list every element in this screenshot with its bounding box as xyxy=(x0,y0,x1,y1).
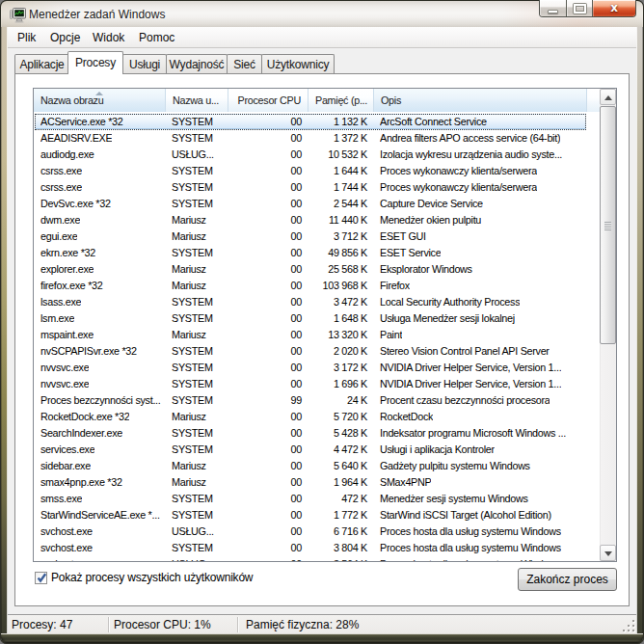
process-image-name: csrss.exe xyxy=(40,163,82,179)
process-row[interactable]: csrss.exeSYSTEM001 744 KProces wykonawcz… xyxy=(34,179,586,196)
process-cpu: 99 xyxy=(291,392,302,409)
process-description: Capture Device Service xyxy=(380,196,483,212)
process-row[interactable]: smss.exeSYSTEM00472 KMenedżer sesji syst… xyxy=(34,491,586,507)
process-memory: 3 172 K xyxy=(334,360,367,376)
minimize-button[interactable] xyxy=(540,0,567,16)
column-header-nazwa-uzytkownika[interactable]: Nazwa u... xyxy=(166,89,228,112)
process-memory: 1 772 K xyxy=(334,507,367,523)
process-row[interactable]: smax4pnp.exe *32Mariusz001 964 KSMax4PNP xyxy=(34,474,586,491)
maximize-icon xyxy=(574,4,586,13)
resize-grip[interactable] xyxy=(621,618,634,631)
process-memory: 1 964 K xyxy=(334,474,367,491)
process-row[interactable]: services.exeSYSTEM004 472 KUsługi i apli… xyxy=(34,442,586,458)
show-all-users-label[interactable]: Pokaż procesy wszystkich użytkowników xyxy=(51,567,253,588)
maximize-button[interactable] xyxy=(567,0,593,16)
process-cpu: 00 xyxy=(291,507,302,523)
scrollbar-thumb[interactable] xyxy=(600,106,616,344)
column-header-pamiec[interactable]: Pamięć (p... xyxy=(309,89,374,112)
process-image-name: AEADISRV.EXE xyxy=(40,130,112,147)
tab-wydajnosc[interactable]: Wydajność xyxy=(166,54,228,73)
process-user-name: SYSTEM xyxy=(172,310,213,327)
process-row[interactable]: csrss.exeSYSTEM001 644 KProces wykonawcz… xyxy=(34,163,586,179)
process-cpu: 00 xyxy=(291,278,302,294)
process-row[interactable]: AEADISRV.EXESYSTEM001 372 KAndrea filter… xyxy=(34,130,586,147)
menu-opcje[interactable]: Opcje xyxy=(48,27,82,47)
tab-aplikacje[interactable]: Aplikacje xyxy=(14,54,69,73)
menu-widok[interactable]: Widok xyxy=(91,27,126,47)
process-image-name: mspaint.exe xyxy=(40,327,94,343)
tab-page-procesy: Nazwa obrazu Nazwa u... Procesor CPU Pam… xyxy=(14,73,630,606)
process-image-name: RocketDock.exe *32 xyxy=(40,409,129,425)
process-row[interactable]: svchost.exeUSŁUG...006 716 KProces hosta… xyxy=(34,523,586,540)
tab-uslugi[interactable]: Usługi xyxy=(122,54,167,73)
show-all-users-checkbox[interactable] xyxy=(35,572,47,584)
column-header-nazwa-obrazu[interactable]: Nazwa obrazu xyxy=(34,89,166,112)
process-image-name: smss.exe xyxy=(40,491,82,507)
process-row[interactable]: explorer.exeMariusz0025 568 KEksplorator… xyxy=(34,261,586,278)
column-header-procesor-cpu[interactable]: Procesor CPU xyxy=(228,89,309,112)
process-row[interactable]: nvvsvc.exeSYSTEM001 696 KNVIDIA Driver H… xyxy=(34,376,586,392)
process-description: Indeksator programu Microsoft Windows ..… xyxy=(380,425,566,442)
process-user-name: Mariusz xyxy=(172,458,206,474)
process-user-name: USŁUG... xyxy=(172,147,214,163)
process-cpu: 00 xyxy=(291,163,302,179)
process-cpu: 00 xyxy=(291,179,302,196)
scrollbar-grip-icon xyxy=(604,222,611,230)
caption-buttons: x xyxy=(539,0,636,17)
process-image-name: nvvsvc.exe xyxy=(40,376,89,392)
scroll-up-button[interactable] xyxy=(600,89,616,105)
scroll-down-button[interactable] xyxy=(600,545,616,561)
process-description: ESET Service xyxy=(380,245,441,261)
process-row[interactable]: DevSvc.exe *32SYSTEM002 544 KCapture Dev… xyxy=(34,196,586,212)
process-row[interactable]: lsass.exeSYSTEM003 472 KLocal Security A… xyxy=(34,294,586,310)
process-description: Proces hosta dla usług systemu Windows xyxy=(380,523,561,540)
process-cpu: 00 xyxy=(291,245,302,261)
process-row[interactable]: Proces bezczynności syst...SYSTEM9924 KP… xyxy=(34,392,586,409)
close-button[interactable]: x xyxy=(593,0,635,16)
process-image-name: nvvsvc.exe xyxy=(40,360,89,376)
minimize-icon xyxy=(548,10,558,13)
process-row[interactable]: nvvsvc.exeSYSTEM003 172 KNVIDIA Driver H… xyxy=(34,360,586,376)
process-image-name: dwm.exe xyxy=(40,212,80,228)
process-row[interactable]: ACService.exe *32SYSTEM001 132 KArcSoft … xyxy=(34,114,586,130)
process-row[interactable]: sidebar.exeMariusz005 640 KGadżety pulpi… xyxy=(34,458,586,474)
process-memory: 103 968 K xyxy=(322,278,367,294)
tab-siec[interactable]: Sieć xyxy=(227,54,262,73)
process-row[interactable]: audiodg.exeUSŁUG...0010 532 KIzolacja wy… xyxy=(34,147,586,163)
process-memory: 24 K xyxy=(347,392,367,409)
process-user-name: SYSTEM xyxy=(172,507,213,523)
process-row[interactable]: StarWindServiceAE.exe *...SYSTEM001 772 … xyxy=(34,507,586,523)
process-memory: 2 544 K xyxy=(334,196,367,212)
process-memory: 10 532 K xyxy=(328,147,367,163)
process-row[interactable]: mspaint.exeMariusz0013 320 KPaint xyxy=(34,327,586,343)
process-row[interactable]: ekrn.exe *32SYSTEM0049 856 KESET Service xyxy=(34,245,586,261)
process-row[interactable]: egui.exeMariusz003 712 KESET GUI xyxy=(34,228,586,245)
menu-bar: Plik Opcje Widok Pomoc xyxy=(8,27,636,48)
end-process-button[interactable]: Zakończ proces xyxy=(518,568,617,591)
menu-plik[interactable]: Plik xyxy=(15,27,38,47)
process-image-name: lsm.exe xyxy=(40,310,74,327)
process-row[interactable]: firefox.exe *32Mariusz00103 968 KFirefox xyxy=(34,278,586,294)
process-row[interactable]: nvSCPAPISvr.exe *32SYSTEM002 020 KStereo… xyxy=(34,343,586,360)
process-row[interactable]: dwm.exeMariusz0011 440 KMenedżer okien p… xyxy=(34,212,586,228)
status-separator xyxy=(108,617,109,632)
process-row[interactable]: svchost.exeSYSTEM003 804 KProces hosta d… xyxy=(34,540,586,556)
process-user-name: Mariusz xyxy=(172,327,206,343)
process-row[interactable]: RocketDock.exe *32Mariusz005 720 KRocket… xyxy=(34,409,586,425)
process-user-name: Mariusz xyxy=(172,228,206,245)
process-user-name: USŁUG... xyxy=(172,523,214,540)
process-cpu: 00 xyxy=(291,196,302,212)
vertical-scrollbar[interactable] xyxy=(600,89,616,561)
tab-procesy[interactable]: Procesy xyxy=(67,51,123,74)
process-cpu: 00 xyxy=(291,294,302,310)
process-cpu: 00 xyxy=(291,442,302,458)
process-row[interactable]: svchost.exeUSŁUG...003 564 KProces hosta… xyxy=(34,556,586,561)
process-row[interactable]: SearchIndexer.exeSYSTEM005 428 KIndeksat… xyxy=(34,425,586,442)
column-header-opis[interactable]: Opis xyxy=(374,89,587,112)
tab-uzytkownicy[interactable]: Użytkownicy xyxy=(261,54,335,73)
process-memory: 5 640 K xyxy=(334,458,367,474)
app-icon[interactable] xyxy=(10,7,27,23)
process-cpu: 00 xyxy=(291,228,302,245)
process-row[interactable]: lsm.exeSYSTEM001 648 KUsługa Menedżer se… xyxy=(34,310,586,327)
menu-pomoc[interactable]: Pomoc xyxy=(137,27,176,47)
